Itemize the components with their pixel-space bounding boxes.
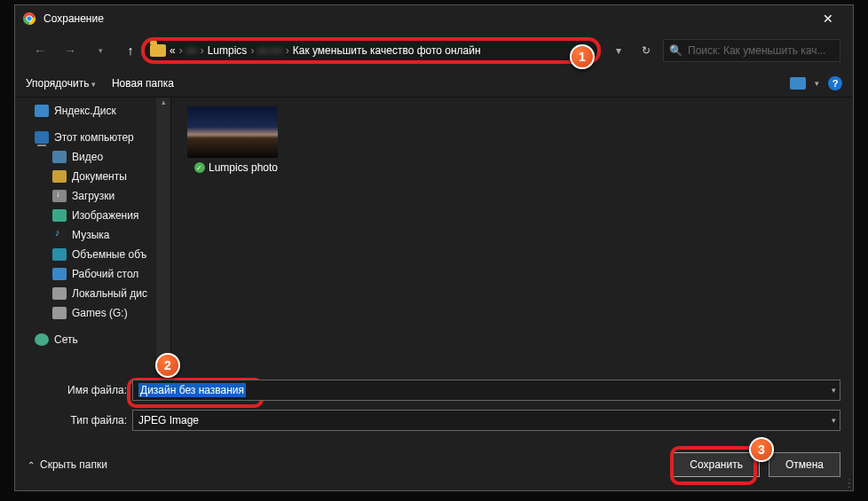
disk-icon (52, 287, 67, 300)
pc-icon (35, 131, 49, 144)
crumb-hidden-1[interactable]: — (186, 44, 197, 57)
folder-icon (150, 44, 166, 57)
file-item[interactable]: ✓ Lumpics photo (187, 106, 285, 174)
breadcrumb[interactable]: « › — › Lumpics › — — › Как уменьшить ка… (141, 37, 601, 64)
cancel-button[interactable]: Отмена (769, 452, 840, 477)
sidebar: Яндекс.Диск Этот компьютер Видео Докумен… (15, 98, 171, 365)
annotation-marker-2: 2 (155, 353, 180, 378)
file-name: Lumpics photo (209, 161, 278, 174)
crumb-current[interactable]: Как уменьшить качество фото онлайн (293, 44, 481, 57)
sidebar-item-network[interactable]: Сеть (15, 330, 170, 349)
sidebar-item-this-pc[interactable]: Этот компьютер (15, 128, 170, 147)
doc-icon (52, 170, 67, 183)
sidebar-item-documents[interactable]: Документы (15, 167, 170, 186)
sidebar-item-pictures[interactable]: Изображения (15, 206, 170, 225)
save-dialog: Сохранение ✕ ← → ▾ ↑ « › — › Lumpics › —… (14, 4, 854, 491)
yandex-disk-icon (35, 105, 49, 117)
crumb-ellipsis[interactable]: « (170, 44, 176, 57)
up-button[interactable]: ↑ (118, 38, 143, 63)
filetype-select[interactable]: JPEG Image ▾ (132, 410, 840, 431)
video-icon (52, 151, 67, 163)
recent-dropdown[interactable]: ▾ (88, 38, 113, 63)
sync-ok-icon: ✓ (194, 162, 205, 173)
resize-grip[interactable]: .:.:: (848, 480, 849, 487)
sidebar-scrollbar[interactable] (156, 98, 170, 365)
path-dropdown[interactable]: ▾ (608, 44, 629, 57)
hide-folders-toggle[interactable]: Скрыть папки (28, 458, 107, 471)
window-title: Сохранение (43, 12, 104, 25)
chevron-down-icon[interactable]: ▾ (832, 386, 836, 395)
sidebar-item-desktop[interactable]: Рабочий стол (15, 264, 170, 284)
crumb-hidden-2[interactable]: — — (257, 44, 281, 57)
file-pane[interactable]: ✓ Lumpics photo (171, 98, 853, 365)
sidebar-item-yandex-disk[interactable]: Яндекс.Диск (15, 101, 170, 121)
toolbar: Упорядочить Новая папка ▾ ? (15, 69, 853, 98)
chrome-icon (22, 12, 36, 26)
cube-icon (52, 248, 67, 261)
filename-value: Дизайн без названия (138, 383, 246, 397)
new-folder-button[interactable]: Новая папка (112, 77, 174, 90)
organize-menu[interactable]: Упорядочить (26, 77, 96, 90)
nav-row: ← → ▾ ↑ « › — › Lumpics › — — › Как умен… (15, 32, 853, 69)
forward-button: → (58, 38, 83, 63)
network-icon (35, 333, 49, 346)
footer: Скрыть папки Сохранить Отмена (15, 443, 853, 488)
sidebar-item-local-disk[interactable]: Локальный дис (15, 284, 170, 303)
annotation-marker-3: 3 (749, 437, 774, 462)
download-icon (52, 190, 67, 202)
search-input[interactable]: 🔍 Поиск: Как уменьшить кач... (663, 39, 840, 62)
image-icon (52, 209, 67, 222)
save-button[interactable]: Сохранить (673, 452, 760, 477)
fields: Имя файла: Дизайн без названия ▾ Тип фай… (15, 365, 853, 443)
crumb-lumpics[interactable]: Lumpics (208, 44, 248, 57)
sidebar-item-games[interactable]: Games (G:) (15, 303, 170, 323)
desktop-icon (52, 268, 67, 280)
titlebar[interactable]: Сохранение ✕ (15, 5, 853, 32)
filetype-label: Тип файла: (28, 414, 132, 427)
search-icon: 🔍 (669, 44, 683, 57)
sidebar-item-videos[interactable]: Видео (15, 147, 170, 167)
sidebar-item-downloads[interactable]: Загрузки (15, 186, 170, 206)
filename-input[interactable]: Дизайн без названия ▾ (132, 380, 840, 401)
sidebar-item-3d-objects[interactable]: Объемные объ (15, 245, 170, 264)
music-icon (52, 229, 67, 241)
sidebar-item-music[interactable]: Музыка (15, 225, 170, 245)
chevron-down-icon[interactable]: ▾ (832, 416, 836, 425)
refresh-button[interactable]: ↻ (635, 44, 658, 57)
annotation-marker-1: 1 (570, 44, 595, 69)
filename-label: Имя файла: (28, 384, 132, 396)
close-button[interactable]: ✕ (810, 12, 846, 26)
disk-icon (52, 307, 67, 319)
back-button[interactable]: ← (28, 38, 52, 63)
view-mode-button[interactable] (790, 77, 806, 90)
search-placeholder: Поиск: Как уменьшить кач... (688, 44, 825, 57)
view-dropdown-icon[interactable]: ▾ (815, 79, 819, 88)
file-thumbnail (187, 106, 278, 158)
help-button[interactable]: ? (828, 76, 842, 90)
filetype-value: JPEG Image (138, 414, 199, 427)
